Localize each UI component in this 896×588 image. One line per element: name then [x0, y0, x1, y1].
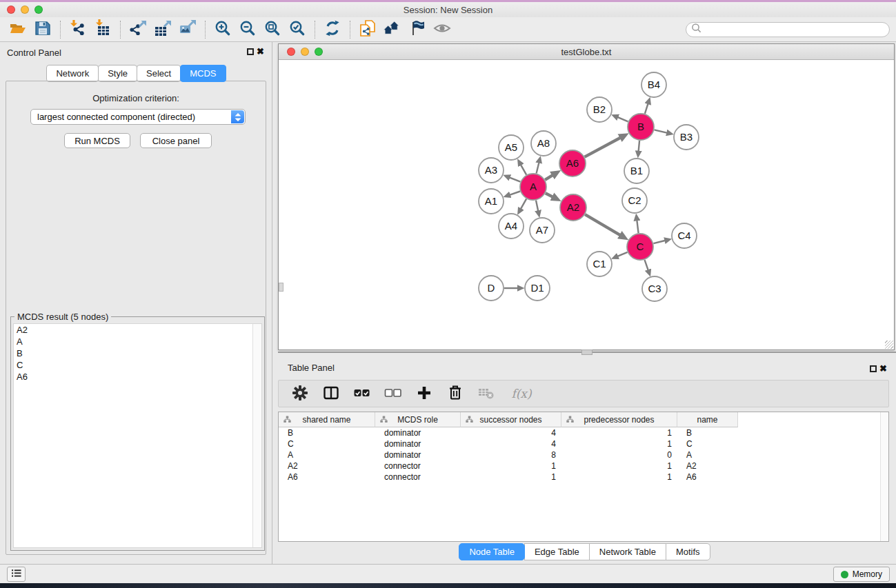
table-mode-button[interactable]: [321, 383, 341, 404]
graph-edge-A-A2[interactable]: [546, 193, 552, 196]
home-button[interactable]: [380, 19, 405, 41]
zoom-in-button[interactable]: [210, 19, 235, 41]
graph-node-B1[interactable]: B1: [624, 159, 649, 183]
zoom-fit-button[interactable]: [260, 19, 285, 41]
graph-node-B3[interactable]: B3: [674, 125, 699, 150]
column-header-MCDS-role[interactable]: MCDS role: [375, 412, 461, 427]
zoom-selected-button[interactable]: [285, 19, 310, 41]
graph-node-C4[interactable]: C4: [672, 223, 697, 248]
graph-node-A7[interactable]: A7: [530, 218, 555, 243]
table-cell[interactable]: 0: [561, 449, 677, 460]
table-cell[interactable]: C: [677, 438, 738, 449]
table-cell[interactable]: 1: [561, 438, 677, 449]
table-cell[interactable]: 1: [461, 460, 561, 472]
export-image-button[interactable]: [175, 19, 200, 41]
table-row[interactable]: A2connector11A2: [279, 460, 888, 472]
graph-edge-C-C4[interactable]: [653, 241, 665, 243]
clone-network-button[interactable]: [355, 19, 380, 41]
graph-node-A2[interactable]: A2: [560, 194, 586, 221]
search-box[interactable]: [686, 22, 890, 37]
run-mcds-button[interactable]: Run MCDS: [64, 133, 130, 148]
table-cell[interactable]: 1: [561, 472, 677, 483]
table-cell[interactable]: B: [279, 427, 375, 438]
graph-edge-A-A1[interactable]: [510, 192, 520, 195]
zoom-out-button[interactable]: [235, 19, 260, 41]
close-panel-button[interactable]: Close panel: [140, 133, 212, 148]
graph-node-A[interactable]: A: [520, 174, 546, 200]
hide-details-button[interactable]: [405, 19, 430, 41]
graph-node-B4[interactable]: B4: [641, 72, 666, 97]
import-table-button[interactable]: [90, 19, 115, 41]
table-cell[interactable]: dominator: [375, 427, 461, 438]
table-row[interactable]: Bdominator41B: [279, 427, 888, 438]
graph-edge-A-A7[interactable]: [536, 201, 538, 211]
horizontal-splitter[interactable]: [278, 352, 896, 353]
network-canvas[interactable]: B4 B2 B B3 B1 A5 A8 A6 A3 A A1 C2 A2 A4 …: [279, 60, 894, 349]
table-cell[interactable]: A2: [677, 460, 738, 472]
tab-edge-table[interactable]: Edge Table: [524, 543, 590, 560]
float-table-panel-icon[interactable]: [870, 365, 877, 372]
table-cell[interactable]: connector: [375, 460, 461, 472]
column-header-predecessor-nodes[interactable]: predecessor nodes: [561, 412, 677, 427]
table-cell[interactable]: 1: [561, 460, 677, 472]
task-history-button[interactable]: [7, 567, 26, 582]
graph-node-A1[interactable]: A1: [479, 189, 504, 214]
column-header-shared-name[interactable]: shared name: [279, 412, 375, 427]
table-cell[interactable]: connector: [375, 472, 461, 483]
table-cell[interactable]: C: [279, 438, 375, 449]
optimization-criterion-select[interactable]: largest connected component (directed): [30, 109, 246, 125]
deselect-all-button[interactable]: [383, 383, 404, 404]
select-all-button[interactable]: [352, 383, 372, 404]
column-header-name[interactable]: name: [677, 412, 738, 427]
graph-edge-B-B3[interactable]: [655, 130, 667, 132]
graph-edge-B-B4[interactable]: [645, 104, 648, 114]
export-table-button[interactable]: [150, 19, 175, 41]
resize-grip-icon[interactable]: [885, 341, 893, 349]
close-table-panel-icon[interactable]: ✖: [879, 363, 887, 374]
graph-node-D[interactable]: D: [479, 276, 504, 301]
save-session-button[interactable]: [30, 19, 55, 41]
export-network-button[interactable]: [126, 19, 150, 41]
table-cell[interactable]: A: [677, 449, 738, 460]
graph-edge-A-A3[interactable]: [510, 178, 520, 182]
search-input[interactable]: [702, 23, 889, 36]
table-scrollbar[interactable]: [880, 412, 888, 541]
table-cell[interactable]: 1: [561, 427, 677, 438]
graph-node-A6[interactable]: A6: [559, 150, 586, 176]
close-panel-icon[interactable]: ✖: [257, 46, 264, 57]
table-settings-button[interactable]: [290, 383, 310, 404]
graph-node-B2[interactable]: B2: [587, 97, 612, 122]
table-cell[interactable]: A6: [677, 472, 738, 483]
graph-edge-C-C2[interactable]: [637, 221, 638, 233]
graph-node-B[interactable]: B: [628, 114, 654, 140]
column-header-successor-nodes[interactable]: successor nodes: [461, 412, 561, 427]
graph-node-C[interactable]: C: [627, 234, 653, 260]
import-network-button[interactable]: [66, 19, 90, 41]
graph-node-D1[interactable]: D1: [525, 276, 550, 301]
delete-column-button[interactable]: [445, 383, 466, 404]
graph-edge-A-A8[interactable]: [537, 163, 539, 173]
graph-edge-C-C3[interactable]: [645, 260, 648, 270]
graph-node-A8[interactable]: A8: [531, 131, 556, 156]
table-row[interactable]: Cdominator41C: [279, 438, 888, 449]
table-row[interactable]: A6connector11A6: [279, 472, 888, 483]
table-cell[interactable]: B: [677, 427, 738, 438]
tab-node-table[interactable]: Node Table: [459, 543, 525, 560]
graph-edge-B-B1[interactable]: [639, 141, 639, 151]
graph-edge-C-C1[interactable]: [618, 252, 628, 256]
graph-edge-A6-B[interactable]: [585, 138, 620, 157]
tab-motifs[interactable]: Motifs: [666, 543, 710, 560]
tab-mcds[interactable]: MCDS: [180, 65, 226, 82]
window-edge-grip[interactable]: [279, 283, 283, 292]
function-builder-button[interactable]: f(x): [507, 383, 536, 404]
table-cell[interactable]: 8: [461, 449, 561, 460]
tab-network-table[interactable]: Network Table: [589, 543, 666, 560]
table-row[interactable]: Adominator80A: [279, 449, 888, 460]
table-cell[interactable]: dominator: [375, 438, 461, 449]
graph-node-A5[interactable]: A5: [499, 135, 524, 160]
graph-node-A4[interactable]: A4: [499, 214, 524, 239]
table-cell[interactable]: A2: [279, 460, 375, 472]
table-cell[interactable]: A6: [279, 472, 375, 483]
graph-edge-A2-C[interactable]: [585, 214, 620, 235]
table-cell[interactable]: A: [279, 449, 375, 460]
